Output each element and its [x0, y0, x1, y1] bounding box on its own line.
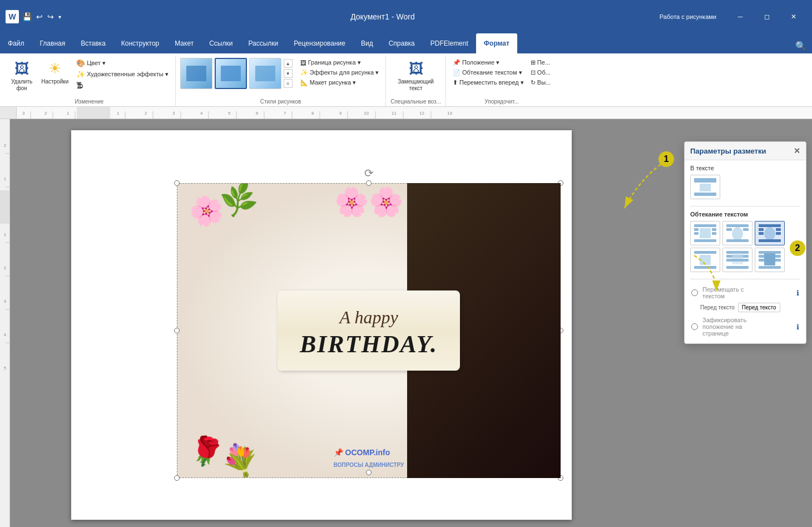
compress-button[interactable]: 🗜: [74, 80, 171, 91]
wrap-behind-svg: [725, 250, 750, 270]
wrap-square-svg: [693, 223, 717, 243]
undo-icon[interactable]: ↩: [36, 12, 43, 21]
annotation-badge-2: 2: [790, 240, 805, 256]
search-button[interactable]: 🔍: [790, 38, 812, 53]
tab-insert[interactable]: Вставка: [73, 33, 113, 53]
tab-mailings[interactable]: Рассылки: [240, 33, 286, 53]
style-thumb-2[interactable]: [215, 58, 247, 89]
svg-rect-79: [759, 266, 781, 269]
save-icon[interactable]: 💾: [22, 12, 32, 21]
image-styles-grid: ▲ ▼ ≡: [180, 58, 293, 89]
position-button[interactable]: 📌 Положение ▾: [450, 58, 526, 67]
settings-icon: ☀: [48, 60, 61, 77]
text-wrap-title: Обтекание текстом: [690, 211, 800, 218]
tab-review[interactable]: Рецензирование: [286, 33, 353, 53]
color-button[interactable]: 🎨 Цвет ▾: [74, 58, 171, 68]
order-group-label: Упорядочит...: [484, 97, 519, 106]
alt-text-button[interactable]: 🖼 Замещающийтекст: [394, 58, 437, 94]
ribbon-group-styles-content: ▲ ▼ ≡ 🖼 Граница рисунка ▾ ✨ Эффекты для …: [180, 56, 381, 97]
wrap-square-btn[interactable]: [690, 221, 720, 245]
ribbon-group-order-content: 📌 Положение ▾ 📄 Обтекание текстом ▾ ⬆ Пе…: [450, 56, 553, 97]
rotate-handle[interactable]: ⟳: [364, 166, 374, 180]
wrap-through-btn[interactable]: [755, 221, 785, 245]
vertical-ruler: 2 1 1 2 3 4 5: [0, 119, 10, 527]
tab-home[interactable]: Главная: [32, 33, 73, 53]
close-button[interactable]: ✕: [781, 8, 806, 26]
tab-constructor[interactable]: Конструктор: [113, 33, 167, 53]
redo-icon[interactable]: ↪: [47, 12, 54, 21]
bring-forward-label: Переместить вперед ▾: [459, 79, 524, 86]
page: ⟳ 🌸🌿 🌸🌿 🌹💐 🌺🌿 🌸🌸 A happy BIRTHDAY.: [71, 130, 572, 520]
svg-text:2: 2: [4, 265, 7, 270]
tab-file[interactable]: Файл: [0, 33, 32, 53]
move-with-text-radio[interactable]: [691, 289, 698, 296]
svg-text:3: 3: [22, 111, 25, 116]
wrap-infront-btn[interactable]: [755, 248, 785, 272]
group-button[interactable]: ⊡ Об...: [528, 68, 553, 77]
wrap-behind-btn[interactable]: [722, 248, 752, 272]
handle-ml[interactable]: [174, 328, 180, 333]
handle-tl[interactable]: [174, 180, 180, 186]
wrap-text-button[interactable]: 📄 Обтекание текстом ▾: [450, 68, 526, 77]
rotate-button[interactable]: ↻ Вы...: [528, 78, 553, 87]
svg-rect-70: [694, 266, 716, 269]
svg-text:7: 7: [284, 111, 286, 116]
tab-view[interactable]: Вид: [353, 33, 381, 53]
handle-bm[interactable]: [366, 470, 372, 475]
tab-help[interactable]: Справка: [381, 33, 423, 53]
tab-layout[interactable]: Макет: [167, 33, 201, 53]
tab-links[interactable]: Ссылки: [201, 33, 240, 53]
style-thumb-3[interactable]: [249, 58, 281, 89]
svg-rect-54: [712, 232, 716, 235]
tab-format[interactable]: Формат: [476, 33, 517, 53]
border-label: Граница рисунка ▾: [308, 59, 361, 66]
restore-button[interactable]: ◻: [754, 8, 780, 26]
wrap-tight-btn[interactable]: [722, 221, 752, 245]
image-container[interactable]: ⟳ 🌸🌿 🌸🌿 🌹💐 🌺🌿 🌸🌸 A happy BIRTHDAY.: [177, 183, 561, 478]
layout-panel-close-button[interactable]: ✕: [794, 146, 800, 155]
svg-rect-80: [764, 253, 775, 265]
minimize-button[interactable]: ─: [727, 8, 753, 26]
style-thumb-1[interactable]: [180, 58, 212, 89]
svg-rect-52: [712, 228, 716, 231]
wrap-through-svg: [757, 223, 782, 243]
pe-label: ⊞ Пе...: [531, 59, 550, 66]
customize-icon[interactable]: ▾: [58, 14, 61, 20]
watermark: 📌 OCOMP.info ВОПРОСЫ АДМИНИСТРУ: [334, 446, 404, 470]
in-text-option-1[interactable]: [690, 175, 720, 199]
wrap-options-row-2: [690, 248, 800, 272]
position-icon: 📌: [453, 59, 461, 66]
svg-text:3: 3: [172, 111, 175, 116]
svg-text:1: 1: [4, 176, 7, 181]
settings-button[interactable]: ☀ Настройки: [38, 58, 72, 87]
border-button[interactable]: 🖼 Граница рисунка ▾: [298, 58, 381, 67]
fix-info-icon[interactable]: ℹ: [796, 323, 799, 331]
art-label: Художественные эффекты ▾: [87, 71, 169, 78]
align-button[interactable]: ⊞ Пе...: [528, 58, 553, 67]
tab-pdfelement[interactable]: PDFElement: [423, 33, 476, 53]
layout-panel: Параметры разметки ✕ В тексте: [684, 141, 806, 344]
svg-rect-68: [694, 251, 716, 254]
fix-position-radio[interactable]: [691, 323, 698, 330]
order-col-1: 📌 Положение ▾ 📄 Обтекание текстом ▾ ⬆ Пе…: [450, 58, 526, 87]
wrap-topbottom-btn[interactable]: [690, 248, 720, 272]
image-effects-button[interactable]: ✨ Эффекты для рисунка ▾: [298, 68, 381, 77]
text-wrap-section: Обтекание текстом: [685, 206, 806, 279]
handle-tm[interactable]: [366, 180, 372, 186]
wrap-infront-svg: [757, 250, 782, 270]
styles-arrow-more[interactable]: ≡: [284, 79, 293, 88]
image-layout-button[interactable]: 📐 Макет рисунка ▾: [298, 78, 381, 87]
styles-arrow-down[interactable]: ▼: [284, 69, 293, 78]
svg-rect-65: [759, 232, 764, 235]
handle-bl[interactable]: [174, 475, 180, 481]
move-info-icon[interactable]: ℹ: [796, 289, 799, 297]
remove-background-button[interactable]: 🖼 Удалитьфон: [8, 58, 36, 94]
bring-forward-button[interactable]: ⬆ Переместить вперед ▾: [450, 78, 526, 87]
svg-text:4: 4: [4, 332, 7, 337]
svg-text:5: 5: [4, 366, 7, 371]
art-effects-button[interactable]: ✨ Художественные эффекты ▾: [74, 69, 171, 80]
front-text-input[interactable]: Перед тексто: [738, 303, 780, 312]
document-title: Документ1 - Word: [111, 12, 654, 21]
styles-arrow-up[interactable]: ▲: [284, 59, 293, 68]
color-icon: 🎨: [76, 59, 85, 67]
